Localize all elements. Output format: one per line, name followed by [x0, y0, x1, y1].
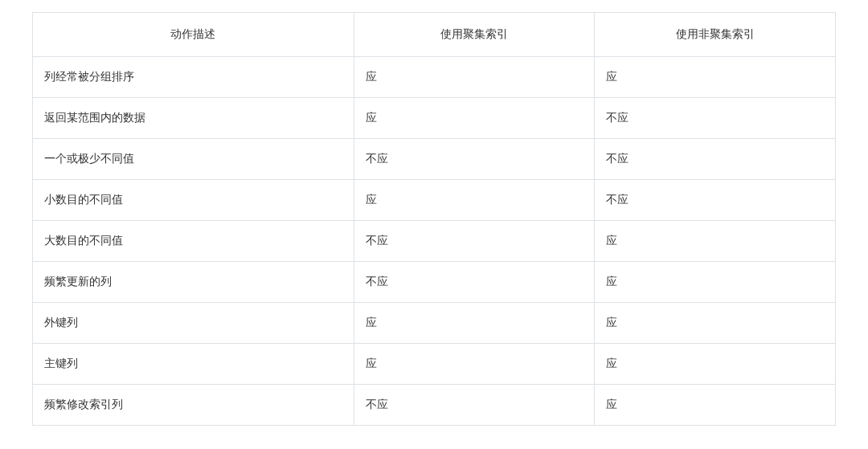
- table-header-row: 动作描述 使用聚集索引 使用非聚集索引: [33, 13, 836, 57]
- table-row: 外键列 应 应: [33, 303, 836, 344]
- table-row: 频繁修改索引列 不应 应: [33, 385, 836, 426]
- cell-description: 主键列: [33, 344, 354, 385]
- cell-clustered: 应: [354, 344, 595, 385]
- cell-clustered: 应: [354, 180, 595, 221]
- cell-clustered: 不应: [354, 385, 595, 426]
- cell-description: 列经常被分组排序: [33, 57, 354, 98]
- cell-description: 频繁修改索引列: [33, 385, 354, 426]
- table-row: 大数目的不同值 不应 应: [33, 221, 836, 262]
- cell-clustered: 应: [354, 98, 595, 139]
- table-row: 小数目的不同值 应 不应: [33, 180, 836, 221]
- cell-nonclustered: 应: [595, 221, 836, 262]
- cell-description: 返回某范围内的数据: [33, 98, 354, 139]
- cell-nonclustered: 不应: [595, 139, 836, 180]
- cell-nonclustered: 不应: [595, 180, 836, 221]
- table-row: 列经常被分组排序 应 应: [33, 57, 836, 98]
- table-row: 一个或极少不同值 不应 不应: [33, 139, 836, 180]
- cell-clustered: 不应: [354, 139, 595, 180]
- header-nonclustered-index: 使用非聚集索引: [595, 13, 836, 57]
- cell-clustered: 不应: [354, 221, 595, 262]
- cell-description: 一个或极少不同值: [33, 139, 354, 180]
- cell-description: 小数目的不同值: [33, 180, 354, 221]
- header-action-description: 动作描述: [33, 13, 354, 57]
- cell-nonclustered: 应: [595, 303, 836, 344]
- table-row: 返回某范围内的数据 应 不应: [33, 98, 836, 139]
- cell-nonclustered: 应: [595, 57, 836, 98]
- cell-nonclustered: 不应: [595, 98, 836, 139]
- index-comparison-table: 动作描述 使用聚集索引 使用非聚集索引 列经常被分组排序 应 应 返回某范围内的…: [32, 12, 836, 426]
- cell-clustered: 应: [354, 303, 595, 344]
- cell-description: 大数目的不同值: [33, 221, 354, 262]
- cell-description: 外键列: [33, 303, 354, 344]
- header-clustered-index: 使用聚集索引: [354, 13, 595, 57]
- table-row: 频繁更新的列 不应 应: [33, 262, 836, 303]
- cell-description: 频繁更新的列: [33, 262, 354, 303]
- cell-clustered: 不应: [354, 262, 595, 303]
- cell-nonclustered: 应: [595, 344, 836, 385]
- table-row: 主键列 应 应: [33, 344, 836, 385]
- cell-nonclustered: 应: [595, 385, 836, 426]
- cell-clustered: 应: [354, 57, 595, 98]
- cell-nonclustered: 应: [595, 262, 836, 303]
